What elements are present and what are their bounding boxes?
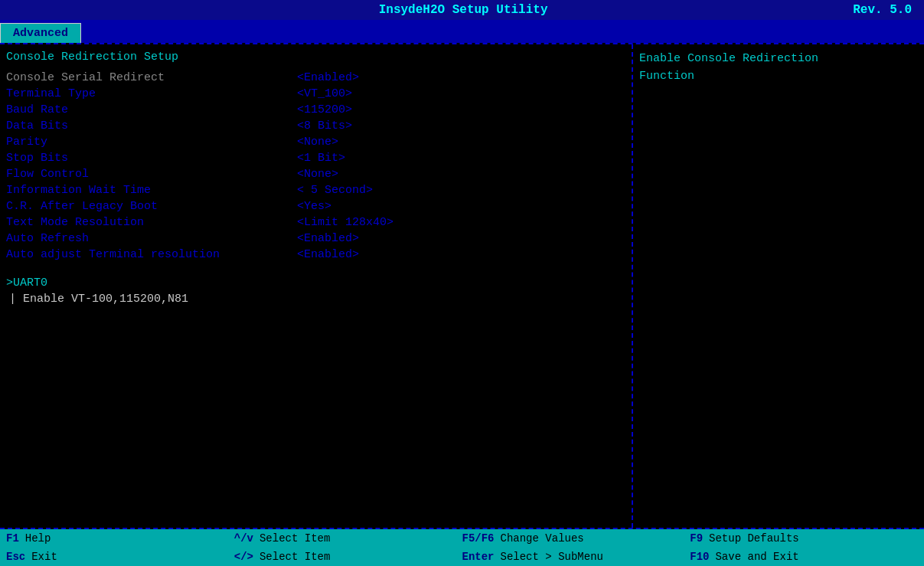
menu-value-console-serial-redirect: <Enabled> (297, 71, 359, 84)
status-bar: F1 Help ^/v Select Item F5/F6 Change Val… (0, 529, 924, 548)
menu-label-auto-refresh: Auto Refresh (6, 232, 297, 245)
tab-bar: Advanced (0, 20, 924, 43)
menu-value-auto-refresh: <Enabled> (297, 232, 359, 245)
tab-advanced[interactable]: Advanced (0, 23, 81, 43)
menu-item-baud-rate[interactable]: Baud Rate <115200> (0, 102, 632, 118)
spacer (0, 263, 632, 275)
status-item-f9: F9 Setup Defaults (690, 532, 918, 545)
menu-label-uart0-desc: | Enable VT-100,115200,N81 (6, 293, 297, 306)
menu-item-data-bits[interactable]: Data Bits <8 Bits> (0, 118, 632, 134)
revision-label: Rev. 5.0 (853, 3, 912, 17)
status-bar2: Esc Exit </> Select Item Enter Select > … (0, 548, 924, 566)
status-item-select: ^/v Select Item (234, 532, 462, 545)
status-key-leftright: </> (234, 551, 253, 563)
menu-item-auto-adjust-terminal-resolution[interactable]: Auto adjust Terminal resolution <Enabled… (0, 247, 632, 263)
menu-item-information-wait-time[interactable]: Information Wait Time < 5 Second> (0, 182, 632, 198)
status-item-esc: Esc Exit (6, 551, 234, 563)
title-bar: InsydeH2O Setup Utility Rev. 5.0 (0, 0, 924, 20)
status-item-f5f6: F5/F6 Change Values (462, 532, 691, 545)
app-title: InsydeH2O Setup Utility (73, 3, 853, 17)
status-key-f1: F1 (6, 532, 19, 545)
menu-value-terminal-type: <VT_100> (297, 87, 352, 100)
menu-value-flow-control: <None> (297, 168, 338, 181)
left-panel: Console Redirection Setup Console Serial… (0, 44, 633, 528)
menu-item-terminal-type[interactable]: Terminal Type <VT_100> (0, 86, 632, 102)
status-label-exit: Exit (31, 551, 57, 563)
status-item-f10: F10 Save and Exit (690, 551, 918, 563)
status-item-leftright: </> Select Item (234, 551, 462, 563)
menu-value-parity: <None> (297, 136, 338, 149)
menu-value-cr-after-legacy-boot: <Yes> (297, 200, 331, 213)
menu-value-information-wait-time: < 5 Second> (297, 184, 373, 197)
menu-label-baud-rate: Baud Rate (6, 103, 297, 116)
menu-value-text-mode-resolution: <Limit 128x40> (297, 216, 393, 229)
content-area: Console Redirection Setup Console Serial… (0, 44, 924, 528)
status-label-save-exit: Save and Exit (715, 551, 798, 563)
section-title: Console Redirection Setup (0, 47, 632, 70)
menu-label-console-serial-redirect: Console Serial Redirect (6, 71, 297, 84)
menu-label-stop-bits: Stop Bits (6, 152, 297, 165)
menu-label-cr-after-legacy-boot: C.R. After Legacy Boot (6, 200, 297, 213)
menu-label-terminal-type: Terminal Type (6, 87, 297, 100)
help-title: Enable Console Redirection Function (639, 51, 918, 85)
status-label-setup-defaults: Setup Defaults (709, 532, 799, 545)
menu-label-text-mode-resolution: Text Mode Resolution (6, 216, 297, 229)
menu-label-parity: Parity (6, 136, 297, 149)
menu-label-flow-control: Flow Control (6, 168, 297, 181)
menu-item-parity[interactable]: Parity <None> (0, 134, 632, 150)
menu-item-console-serial-redirect[interactable]: Console Serial Redirect <Enabled> (0, 70, 632, 86)
menu-item-text-mode-resolution[interactable]: Text Mode Resolution <Limit 128x40> (0, 214, 632, 231)
menu-label-data-bits: Data Bits (6, 119, 297, 133)
status-key-enter: Enter (462, 551, 495, 563)
menu-value-stop-bits: <1 Bit> (297, 152, 345, 165)
right-panel: Enable Console Redirection Function (633, 44, 924, 528)
help-text-line1: Enable Console Redirection (639, 52, 818, 65)
status-key-f10: F10 (690, 551, 709, 563)
menu-label-uart0: >UART0 (6, 276, 297, 290)
menu-value-auto-adjust-terminal-resolution: <Enabled> (297, 248, 359, 261)
status-label-change-values: Change Values (501, 532, 584, 545)
menu-label-information-wait-time: Information Wait Time (6, 184, 297, 197)
menu-item-cr-after-legacy-boot[interactable]: C.R. After Legacy Boot <Yes> (0, 198, 632, 214)
status-item-enter: Enter Select > SubMenu (462, 551, 691, 563)
help-text-line2: Function (639, 70, 694, 83)
menu-item-uart0-desc: | Enable VT-100,115200,N81 (0, 291, 632, 307)
status-label-help: Help (25, 532, 51, 545)
status-label-select-item2: Select Item (260, 551, 330, 563)
status-key-updown: ^/v (234, 532, 253, 545)
menu-item-auto-refresh[interactable]: Auto Refresh <Enabled> (0, 231, 632, 247)
menu-value-data-bits: <8 Bits> (297, 119, 352, 133)
status-label-select-submenu: Select > SubMenu (501, 551, 603, 563)
menu-item-uart0[interactable]: >UART0 (0, 275, 632, 291)
menu-label-auto-adjust-terminal-resolution: Auto adjust Terminal resolution (6, 248, 297, 261)
status-key-f5f6: F5/F6 (462, 532, 495, 545)
menu-item-stop-bits[interactable]: Stop Bits <1 Bit> (0, 150, 632, 166)
menu-value-baud-rate: <115200> (297, 103, 352, 116)
menu-item-flow-control[interactable]: Flow Control <None> (0, 166, 632, 182)
status-key-esc: Esc (6, 551, 25, 563)
status-item-f1: F1 Help (6, 532, 234, 545)
status-label-select-item: Select Item (260, 532, 330, 545)
status-key-f9: F9 (690, 532, 703, 545)
